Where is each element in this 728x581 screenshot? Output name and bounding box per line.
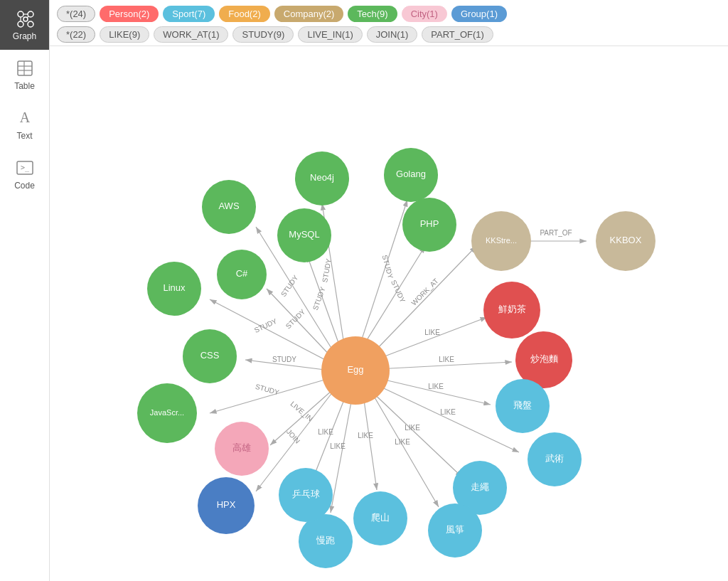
tag-city[interactable]: City(1) [402, 6, 447, 22]
node-kite[interactable] [428, 503, 482, 558]
node-csharp[interactable] [217, 250, 267, 299]
svg-line-31 [210, 378, 332, 413]
svg-text:A: A [19, 110, 30, 125]
svg-text:STUDY: STUDY [272, 356, 296, 363]
tag-study[interactable]: STUDY(9) [232, 26, 294, 43]
svg-line-53 [370, 389, 439, 507]
svg-text:>_: >_ [21, 164, 30, 172]
main-content: *(24) Person(2) Sport(7) Food(2) Company… [50, 0, 728, 581]
node-php[interactable] [402, 198, 456, 252]
svg-text:STUDY: STUDY [390, 279, 407, 304]
node-golang[interactable] [384, 148, 438, 202]
node-egg[interactable] [321, 336, 390, 405]
svg-line-33 [361, 246, 425, 349]
svg-text:LIKE: LIKE [358, 432, 373, 439]
tag-like[interactable]: LIKE(9) [100, 26, 149, 43]
svg-line-41 [377, 362, 512, 369]
sidebar-text-label: Text [16, 131, 32, 141]
graph-area[interactable]: STUDY STUDY STUDY STUDY STUDY STUDY STUD… [50, 46, 728, 581]
tag-live-in[interactable]: LIVE_IN(1) [298, 26, 362, 43]
tag-group[interactable]: Group(1) [451, 6, 507, 22]
svg-point-3 [28, 21, 33, 27]
node-css[interactable] [183, 329, 237, 383]
svg-text:LIVE_IN: LIVE_IN [289, 400, 314, 422]
svg-text:WORK_AT: WORK_AT [410, 277, 439, 307]
sidebar-item-code[interactable]: >_ Code [0, 149, 49, 199]
tag-any-node[interactable]: *(24) [57, 6, 95, 22]
svg-text:LIKE: LIKE [424, 329, 440, 336]
sidebar-item-text[interactable]: A Text [0, 100, 49, 149]
tag-join[interactable]: JOIN(1) [367, 26, 418, 43]
svg-line-29 [245, 360, 331, 371]
svg-line-45 [373, 383, 519, 452]
node-kkbox[interactable] [596, 211, 655, 271]
svg-point-1 [28, 11, 33, 17]
node-milktea[interactable] [483, 282, 540, 339]
svg-line-43 [375, 378, 491, 405]
node-tag-row: *(24) Person(2) Sport(7) Food(2) Company… [57, 6, 721, 22]
svg-line-25 [267, 289, 334, 360]
tag-any-rel[interactable]: *(22) [57, 26, 95, 43]
svg-line-19 [359, 200, 407, 348]
graph-svg: STUDY STUDY STUDY STUDY STUDY STUDY STUD… [50, 46, 728, 581]
node-jogging[interactable] [299, 514, 353, 568]
sidebar-item-table[interactable]: Table [0, 50, 49, 100]
node-hiking[interactable] [353, 491, 407, 545]
node-neo4j[interactable] [295, 151, 349, 206]
sidebar-table-label: Table [14, 81, 35, 91]
svg-text:LIKE: LIKE [439, 356, 454, 363]
svg-text:STUDY: STUDY [255, 383, 280, 396]
rel-tag-row: *(22) LIKE(9) WORK_AT(1) STUDY(9) LIVE_I… [57, 26, 721, 43]
sidebar-item-graph[interactable]: Graph [0, 0, 49, 50]
svg-line-35 [373, 246, 476, 353]
svg-line-8 [27, 16, 28, 18]
sidebar-graph-label: Graph [13, 31, 36, 41]
node-kkstream[interactable] [471, 211, 531, 271]
tag-part-of[interactable]: PART_OF(1) [422, 26, 493, 43]
node-kaohsiung[interactable] [215, 422, 269, 476]
tag-company[interactable]: Company(2) [274, 6, 344, 22]
sidebar-code-label: Code [14, 181, 35, 191]
tag-sport[interactable]: Sport(7) [163, 6, 215, 22]
svg-text:STUDY: STUDY [253, 317, 279, 334]
svg-text:STUDY: STUDY [279, 274, 300, 298]
svg-point-0 [18, 11, 23, 17]
tag-tech[interactable]: Tech(9) [348, 6, 397, 22]
node-pingpong[interactable] [279, 468, 333, 522]
node-javascript[interactable] [137, 383, 197, 443]
tag-food[interactable]: Food(2) [219, 6, 270, 22]
node-linux[interactable] [147, 262, 201, 316]
node-frisbee[interactable] [496, 379, 550, 433]
svg-line-55 [311, 389, 348, 484]
topbar: *(24) Person(2) Sport(7) Food(2) Company… [50, 0, 728, 46]
svg-line-57 [270, 385, 338, 445]
node-hpx[interactable] [198, 477, 255, 534]
svg-line-7 [23, 17, 24, 18]
sidebar: Graph Table A Text >_ Code [0, 0, 50, 581]
node-aws[interactable] [202, 180, 256, 234]
svg-rect-9 [18, 61, 32, 75]
tag-work-at[interactable]: WORK_AT(1) [154, 26, 228, 43]
svg-line-47 [368, 388, 462, 477]
svg-line-51 [331, 390, 353, 513]
node-mysql[interactable] [277, 208, 331, 262]
tag-person[interactable]: Person(2) [100, 6, 159, 22]
node-martial[interactable] [528, 432, 582, 486]
svg-text:PART_OF: PART_OF [540, 229, 572, 237]
svg-text:LIKE: LIKE [428, 383, 444, 390]
svg-text:LIKE: LIKE [440, 408, 456, 416]
svg-point-2 [18, 21, 23, 27]
svg-line-39 [375, 317, 487, 360]
svg-line-49 [363, 390, 377, 490]
